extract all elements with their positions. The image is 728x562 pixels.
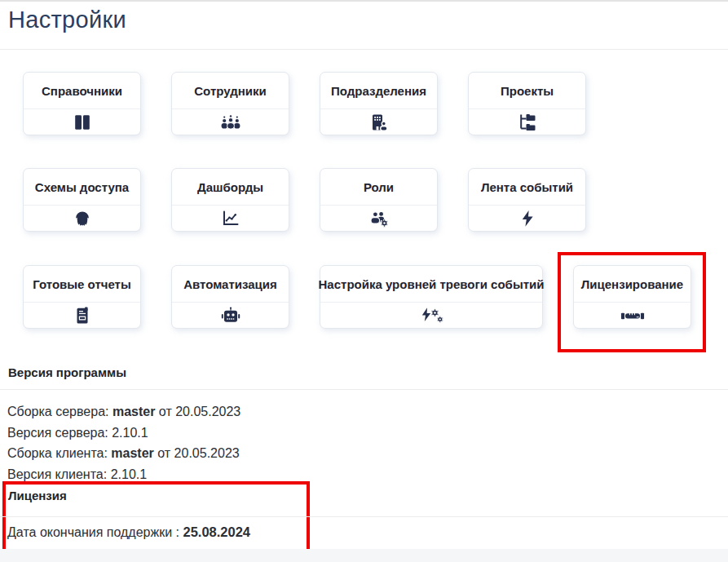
support-end-label: Дата окончания поддержки : [7,525,183,539]
card-label: Лента событий [469,169,585,206]
building-user-icon [320,109,437,135]
card-ready-reports[interactable]: Готовые отчеты [23,265,141,329]
version-section-heading: Версия программы [8,365,126,379]
card-projects[interactable]: Проекты [468,72,586,135]
card-label: Настройка уровней тревоги событий [320,266,542,303]
card-label: Роли [320,169,437,206]
license-section-heading: Лицензия [8,489,67,502]
cards-row-2: Схемы доступа Дашборды [23,168,586,232]
card-label: Проекты [469,73,585,109]
card-directories[interactable]: Справочники [23,72,141,135]
title-divider [0,49,728,50]
folder-tree-icon [469,109,585,135]
card-label: Схемы доступа [24,169,140,206]
card-label: Готовые отчеты [24,266,140,303]
license-divider [0,516,728,517]
card-event-feed[interactable]: Лента событий [468,168,586,232]
card-label: Автоматизация [172,266,289,303]
card-label: Сотрудники [172,73,289,109]
client-build-line: Сборка клиента: master от 20.05.2023 [7,443,240,464]
bolt-icon [469,206,585,231]
card-label: Подразделения [320,73,437,109]
version-divider [0,389,728,390]
card-label: Дашборды [172,169,289,206]
page-title: Настройки [8,7,126,33]
card-label: Справочники [24,73,140,109]
fingerprint-icon [24,206,140,231]
cards-row-1: Справочники Сотрудники [23,72,586,135]
settings-page: Настройки Справочники Сотрудники [0,0,728,562]
card-automation[interactable]: Автоматизация [171,265,289,329]
support-end-line: Дата окончания поддержки : 25.08.2024 [7,524,250,540]
card-licensing[interactable]: Лицензирование [573,265,691,329]
card-departments[interactable]: Подразделения [320,72,438,135]
cards-row-3: Готовые отчеты Автоматизация [23,265,691,329]
card-dashboards[interactable]: Дашборды [171,168,289,232]
robot-icon [172,303,289,328]
books-icon [24,109,140,135]
card-employees[interactable]: Сотрудники [171,72,289,135]
card-alarm-levels[interactable]: Настройка уровней тревоги событий [320,265,543,329]
server-version-line: Версия сервера: 2.10.1 [7,423,240,444]
card-label: Лицензирование [574,266,690,303]
users-gear-icon [320,206,437,231]
support-end-date: 25.08.2024 [183,524,250,539]
window-top-edge [0,0,728,2]
people-group-icon [172,109,289,135]
card-roles[interactable]: Роли [320,168,438,232]
bolt-gears-icon [320,303,542,328]
report-icon [24,303,140,328]
version-info: Сборка сервера: master от 20.05.2023 Вер… [7,401,240,485]
chart-line-icon [172,206,289,231]
page-bottom-background [0,549,728,562]
handshake-icon [574,303,690,328]
server-build-line: Сборка сервера: master от 20.05.2023 [7,401,240,423]
card-access-schemes[interactable]: Схемы доступа [23,168,141,232]
client-version-line: Версия клиента: 2.10.1 [7,464,240,485]
